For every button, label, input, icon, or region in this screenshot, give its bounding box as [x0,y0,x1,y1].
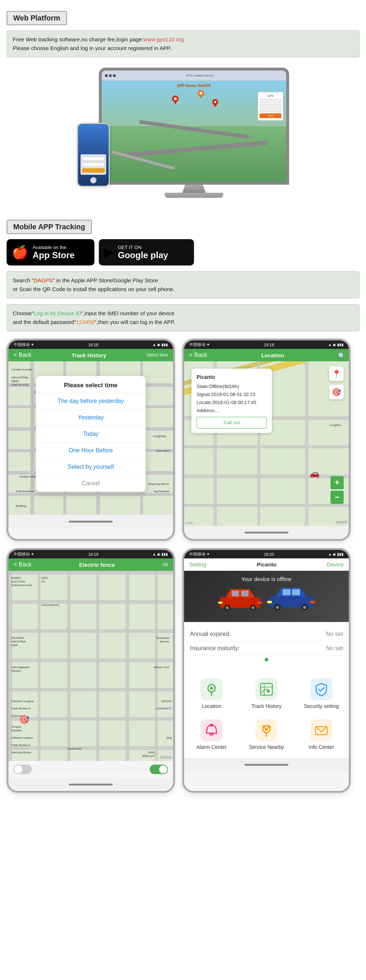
app-icon-alarm[interactable]: Alarm Center [184,713,239,754]
security-setting-label: Security setting [304,703,339,709]
zoom-out-btn[interactable]: − [331,491,344,504]
web-platform-info: Free Web tracking software,no charge fee… [6,30,360,57]
toggle-on[interactable] [150,765,168,774]
electric-time: 18:19 [88,552,99,557]
app-icons-grid: Location Track History [184,669,349,758]
small-phone-image [77,123,110,187]
popup-opt-4[interactable]: Select by yourself [36,459,145,476]
svg-point-8 [214,101,216,103]
dagps-highlight: DAGPS [34,277,53,283]
track-select-time[interactable]: Select time [146,353,168,358]
app-icon-location[interactable]: Location [184,673,239,713]
info-icon [314,723,329,738]
home-indicator-3 [69,784,113,786]
home-indicator-4 [245,764,288,766]
location-status-bar: 中国移动 ✦ 18:18 ▲ ◉ ▮▮▮ [184,340,349,349]
ef-label-10: Shunliuwan [156,636,169,639]
map-label-1: Location:Locate... [11,368,34,371]
popup-opt-1[interactable]: Yesterday [36,410,145,426]
ef-label-4: QING [42,577,48,579]
login-highlight-1: Log in by Device ID [34,310,81,316]
svg-rect-27 [267,601,272,603]
google-play-button[interactable]: ▶ GET IT ON Google play [99,239,194,266]
location-refresh[interactable]: 🔄 [338,353,344,358]
home-indicator [69,521,113,523]
popup-opt-3[interactable]: One Hour Before [36,442,145,459]
map-label-building: Building [16,504,26,508]
popup-cancel[interactable]: Cancel [36,476,145,492]
location-icon [204,682,219,697]
service-nearby-label: Service Nearby [249,744,284,750]
track-icon-bg [256,678,277,700]
map-label-3: INDUSTRIAL [11,376,29,379]
search-text-3: or Scan the QR Code to install the appli… [13,286,174,292]
popup-opt-2[interactable]: Today [36,426,145,442]
annual-label: Annual expired: [190,631,230,637]
gps-label: GPS Location Server [116,74,283,77]
car-images [218,582,315,610]
info-rows: Annual expired: No set Insurance maturit… [184,622,349,669]
device-setting[interactable]: Setting [189,561,206,568]
device-nav: Setting Picanto Device [184,558,349,571]
alarm-center-label: Alarm Center [197,744,227,750]
ef-label-9: PARK [11,644,18,646]
ef-label-18: Songsen [11,725,22,728]
track-history-label: Track History [251,703,281,709]
svg-marker-4 [199,95,203,99]
app-icon-track[interactable]: Track History [239,673,294,713]
electric-status-bar: 中国移动 ✦ 18:19 ▲ ◉ ▮▮▮ [8,550,173,558]
map-save-btn[interactable]: 📍 [329,366,344,381]
insurance-label: Insurance maturity: [190,645,240,652]
ef-label-23: Qing [166,737,172,739]
location-back[interactable]: < Back [189,352,207,358]
monitor-area: ⬤ ⬤ ⬤ GPS Location Server APP Name: DAGP… [0,64,366,209]
ef-label-6: Cuihu Business [42,604,59,606]
apple-store-button[interactable]: 🍎 Available on the App Store [6,239,94,266]
map-label-hotel: Jade Hotel [155,449,169,452]
track-carrier: 中国移动 ✦ [14,342,34,347]
ef-label-5: HU [42,580,45,583]
svg-rect-36 [210,733,213,735]
toggle-off[interactable] [14,765,32,774]
electric-ok[interactable]: Ok [163,562,168,567]
offline-text: Your device is offline [241,576,292,582]
call-out-btn[interactable]: Call out [197,417,267,429]
phones-row-2: 中国移动 ✦ 18:19 ▲ ◉ ▮▮▮ < Back Electric fen… [6,548,360,793]
app-icon-service[interactable]: Service Nearby [239,713,294,754]
login-text-4: ",then you will can log in the APP. [94,319,175,325]
map-label-jinbi: Jinbi Business [16,490,34,493]
device-carrier: 中国移动 ✦ [189,551,210,557]
location-map: Sacramento Anullare LongHou Picanto Stat… [184,361,349,526]
popup-signal: Signal:2018-01-08 01:32:23 [197,391,267,399]
ef-label-1: BAISIFU [11,577,21,579]
popup-opt-0[interactable]: The day before yesterday [36,393,145,410]
security-icon-bg [310,678,332,700]
map-target-btn[interactable]: 🎯 [329,385,344,399]
login-highlight-2: 123456 [76,319,94,325]
svg-marker-7 [213,104,217,107]
svg-rect-17 [218,601,222,604]
track-back[interactable]: < Back [14,352,32,358]
map-label-ing: ing Mansion [154,490,169,493]
device-btn[interactable]: Device [327,561,344,568]
location-icon-bg [201,678,222,700]
ef-label-8: INDUSTRIAL [11,640,27,643]
track-home-bar [8,515,173,528]
svg-rect-12 [241,590,249,597]
target-icon[interactable]: 🎯 [19,715,29,724]
info-center-label: Info Center [308,744,334,750]
location-carrier: 中国移动 ✦ [189,342,210,347]
svg-rect-18 [258,601,262,604]
electric-back[interactable]: < Back [14,561,32,568]
website-link[interactable]: www.gps110.org [144,36,184,42]
zoom-in-btn[interactable]: + [331,476,344,489]
alarm-icon [204,723,219,738]
svg-rect-11 [232,590,239,597]
device-icons: ▲ ◉ ▮▮▮ [328,552,344,556]
ef-label-2: ELECTRON [11,580,25,583]
app-icon-security[interactable]: Security setting [294,673,349,713]
location-phone: 中国移动 ✦ 18:18 ▲ ◉ ▮▮▮ < Back Location 🔄 [182,339,351,541]
loc-label-2: LongHou [330,423,342,427]
app-icon-info[interactable]: Info Center [294,713,349,754]
ef-label-28: Vienna Hotel [67,748,82,750]
